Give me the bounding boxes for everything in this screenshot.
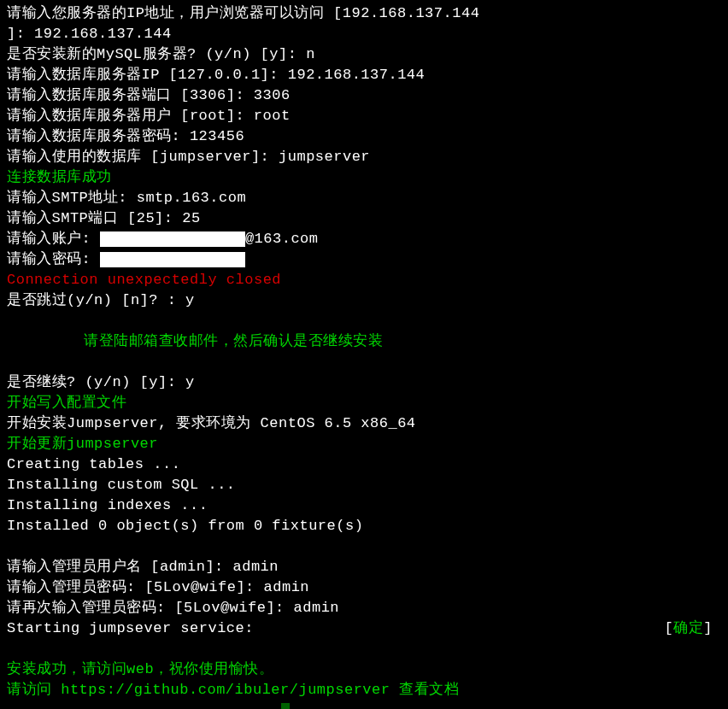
bracket-open: [	[665, 620, 674, 636]
term-text-starting-left: Starting jumpsever service:	[7, 618, 254, 639]
bracket-close: ]	[703, 620, 713, 636]
term-line-smtp-account: 请输入账户: @163.com	[7, 229, 721, 249]
term-line-db-name: 请输入使用的数据库 [jumpserver]: jumpserver	[7, 147, 721, 167]
term-text-starting-status: [确定]	[665, 618, 721, 639]
term-line-smtp-addr: 请输入SMTP地址: smtp.163.com	[7, 188, 721, 208]
term-line-continue: 是否继续? (y/n) [y]: y	[7, 372, 721, 393]
redacted-password	[100, 252, 245, 267]
term-text-account-label: 请输入账户:	[7, 231, 100, 247]
term-line-smtp-password: 请输入密码:	[7, 249, 721, 270]
term-text-password-label: 请输入密码:	[7, 251, 100, 267]
term-blank-3	[7, 536, 721, 557]
term-line-installed-objects: Installed 0 object(s) from 0 fixture(s)	[7, 516, 721, 536]
term-line-visit-docs: 请访问 https://github.com/ibuler/jumpserver…	[7, 680, 721, 700]
status-ok: 确定	[673, 620, 703, 636]
term-line-db-connect-success: 连接数据库成功	[7, 167, 721, 188]
term-line-ip-value: ]: 192.168.137.144	[7, 24, 721, 44]
term-line-ip-prompt: 请输入您服务器的IP地址，用户浏览器可以访问 [192.168.137.144	[7, 3, 721, 24]
term-line-install-success: 安装成功，请访问web，祝你使用愉快。	[7, 659, 721, 680]
term-text-account-domain: @163.com	[245, 231, 319, 247]
term-line-write-config: 开始写入配置文件	[7, 393, 721, 413]
term-line-install-jump: 开始安装Jumpserver, 要求环境为 CentOS 6.5 x86_64	[7, 413, 721, 434]
term-line-admin-pass: 请输入管理员密码: [5Lov@wife]: admin	[7, 577, 721, 598]
term-line-check-email: 请登陆邮箱查收邮件，然后确认是否继续安装	[7, 331, 721, 352]
term-line-db-pass: 请输入数据库服务器密码: 123456	[7, 126, 721, 147]
term-line-update-jump: 开始更新jumpserver	[7, 434, 721, 454]
term-line-skip: 是否跳过(y/n) [n]? : y	[7, 290, 721, 311]
term-line-db-ip: 请输入数据库服务器IP [127.0.0.1]: 192.168.137.144	[7, 65, 721, 85]
term-line-admin-user: 请输入管理员用户名 [admin]: admin	[7, 557, 721, 577]
term-line-connection-closed: Connection unexpectedly closed	[7, 270, 721, 290]
term-line-starting-service: Starting jumpsever service: [确定]	[7, 618, 721, 639]
term-line-install-indexes: Installing indexes ...	[7, 495, 721, 516]
term-line-cursor[interactable]	[7, 700, 721, 709]
term-blank-1	[7, 311, 721, 331]
term-line-admin-pass-confirm: 请再次输入管理员密码: [5Lov@wife]: admin	[7, 598, 721, 618]
term-line-install-sql: Installing custom SQL ...	[7, 475, 721, 495]
term-blank-2	[7, 352, 721, 372]
term-line-creating-tables: Creating tables ...	[7, 454, 721, 475]
term-line-db-user: 请输入数据库服务器用户 [root]: root	[7, 106, 721, 126]
term-line-mysql-install: 是否安装新的MySQL服务器? (y/n) [y]: n	[7, 44, 721, 65]
term-line-db-port: 请输入数据库服务器端口 [3306]: 3306	[7, 85, 721, 106]
redacted-account	[100, 231, 245, 247]
term-blank-4	[7, 639, 721, 659]
term-line-smtp-port: 请输入SMTP端口 [25]: 25	[7, 208, 721, 229]
cursor-icon	[281, 703, 290, 709]
